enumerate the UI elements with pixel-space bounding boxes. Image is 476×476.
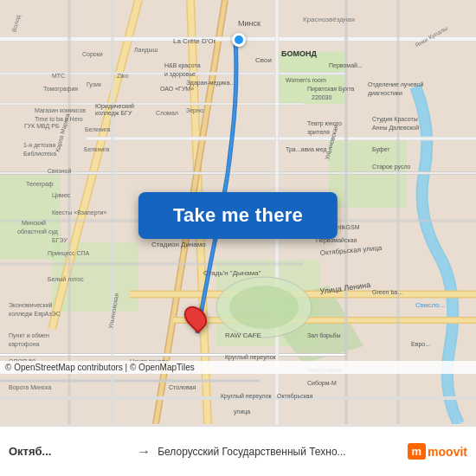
svg-text:Ворота Минска: Ворота Минска <box>9 384 51 391</box>
svg-text:Круглый переулок: Круглый переулок <box>221 393 273 400</box>
svg-text:Гузик: Гузик <box>87 81 102 88</box>
svg-text:БОМОНД: БОМОНД <box>281 49 317 58</box>
svg-text:Стадион Динамо: Стадион Динамо <box>151 241 206 248</box>
moovit-icon: m <box>408 443 427 460</box>
svg-text:Пиратская Бухта: Пиратская Бухта <box>307 86 355 93</box>
svg-text:Белкнига: Белкнига <box>85 126 111 132</box>
svg-text:Green ba...: Green ba... <box>372 289 402 295</box>
svg-text:Принцесс СПА: Принцесс СПА <box>48 250 90 257</box>
svg-text:Эдаран-медика...: Эдаран-медика... <box>186 80 235 87</box>
svg-text:Стадь'н "Дынама": Стадь'н "Дынама" <box>203 269 261 277</box>
svg-text:областной суд: областной суд <box>17 228 58 235</box>
svg-text:Сороки: Сороки <box>82 51 103 58</box>
svg-text:Пункт и обмен: Пункт и обмен <box>9 332 49 339</box>
svg-text:Старое русло: Старое русло <box>372 164 411 170</box>
svg-text:ОАО «ГУМ»: ОАО «ГУМ» <box>160 86 194 92</box>
svg-text:220030: 220030 <box>312 94 331 100</box>
svg-text:Юридический: Юридический <box>95 103 134 110</box>
svg-text:Цимес: Цимес <box>52 192 71 199</box>
svg-text:Зал борьбы: Зал борьбы <box>307 332 341 339</box>
map-container: Минск Краснозвёздная Янки Купалы Карла М… <box>0 0 476 424</box>
svg-text:Свисло...: Свисло... <box>415 301 445 309</box>
svg-text:Минск: Минск <box>238 19 261 28</box>
svg-text:Библиотека: Библиотека <box>23 151 56 157</box>
attribution-osm: © OpenStreetMap contributors <box>5 363 123 372</box>
svg-text:Time to ba a Hero: Time to ba a Hero <box>35 116 83 122</box>
svg-text:Зерно: Зерно <box>186 107 203 114</box>
to-label: Белорусский Государственный Техно... <box>158 446 400 458</box>
svg-text:ГУК МВД РБ: ГУК МВД РБ <box>24 123 60 130</box>
svg-text:Связной: Связной <box>48 168 71 174</box>
svg-text:и здоровье: и здоровье <box>164 71 196 78</box>
svg-text:La Crête D'Or: La Crête D'Or <box>173 37 215 45</box>
svg-text:Белкнига: Белкнига <box>84 146 110 152</box>
svg-text:БГЭУ: БГЭУ <box>52 237 68 243</box>
svg-text:МТС: МТС <box>52 73 65 79</box>
svg-text:Отделение лучевой: Отделение лучевой <box>368 81 423 88</box>
svg-text:диагностики: диагностики <box>368 90 402 97</box>
svg-text:H&B красота: H&B красота <box>164 62 201 69</box>
svg-text:Women's room: Women's room <box>286 77 326 83</box>
svg-text:RAW CAFE: RAW CAFE <box>225 331 261 339</box>
svg-text:Октябрьская: Октябрьская <box>277 393 313 400</box>
svg-text:Томография: Томография <box>43 86 78 93</box>
svg-text:колледж БГУ: колледж БГУ <box>95 110 132 117</box>
attribution-omt: © OpenMapTiles <box>130 363 195 372</box>
moovit-logo: m moovit <box>408 443 467 460</box>
svg-text:Сиборм-М: Сиборм-М <box>307 380 337 387</box>
svg-text:картофона: картофона <box>9 341 39 348</box>
svg-text:Сломал: Сломал <box>156 110 178 116</box>
svg-text:Анны Далевской: Анны Далевской <box>372 125 419 132</box>
from-section: Октяб... <box>9 445 130 458</box>
svg-text:Тра...авиа мед: Тра...авиа мед <box>286 146 327 153</box>
svg-text:колледж ЕврАзЭС: колледж ЕврАзЭС <box>9 311 61 318</box>
direction-arrow: → <box>137 444 151 460</box>
svg-text:улица: улица <box>234 408 250 415</box>
svg-text:Телеграф: Телеграф <box>26 181 54 188</box>
svg-text:Белый лотос: Белый лотос <box>48 276 84 282</box>
svg-text:Буфет: Буфет <box>372 146 390 153</box>
svg-text:Столовая: Столовая <box>169 384 196 390</box>
bottom-bar: Октяб... → Белорусский Государственный Т… <box>0 426 476 476</box>
svg-text:Минский: Минский <box>22 220 46 226</box>
svg-text:Студия Красоты: Студия Красоты <box>372 116 418 123</box>
svg-text:Магазин комиксов: Магазин комиксов <box>35 107 86 113</box>
svg-text:Евро...: Евро... <box>411 341 430 348</box>
svg-text:Ландыш: Ландыш <box>134 47 158 54</box>
destination-marker <box>186 305 205 331</box>
svg-text:зрителя: зрителя <box>307 129 330 136</box>
svg-text:1-я детская: 1-я детская <box>23 142 55 149</box>
svg-text:Ziko: Ziko <box>117 73 128 79</box>
take-me-there-button[interactable]: Take me there <box>138 192 338 239</box>
svg-text:Свои: Свои <box>255 56 272 64</box>
svg-text:Круглый переулок: Круглый переулок <box>225 354 277 361</box>
svg-text:Первомай...: Первомай... <box>329 62 363 69</box>
svg-text:Экономический: Экономический <box>9 302 53 308</box>
map-attribution: © OpenStreetMap contributors | © OpenMap… <box>0 361 476 374</box>
from-label: Октяб... <box>9 445 51 458</box>
svg-text:Квесты «Взаперти»: Квесты «Взаперти» <box>52 209 106 216</box>
moovit-text: moovit <box>428 445 467 459</box>
start-location-dot <box>232 33 246 47</box>
svg-point-40 <box>229 286 299 329</box>
svg-text:Краснозвёздная: Краснозвёздная <box>303 16 355 23</box>
